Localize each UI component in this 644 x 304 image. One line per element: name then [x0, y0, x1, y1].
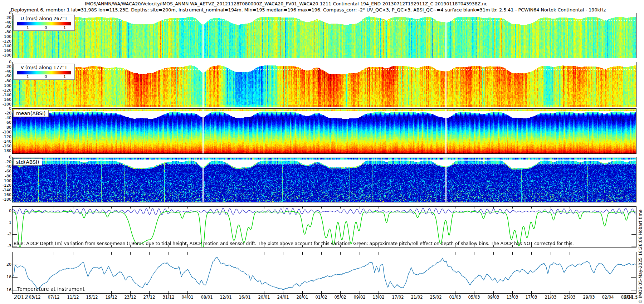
v-colorbar-legend: V (m/s) along 177°T -1 0 1	[13, 64, 75, 80]
x-tick	[111, 293, 112, 296]
x-tick	[551, 293, 551, 296]
u-legend-title: U (m/s) along 267°T	[14, 16, 74, 21]
u-colorbar	[17, 22, 71, 25]
y-tick-label: 0	[0, 107, 11, 111]
y-tick-label: -180	[0, 197, 11, 202]
x-tick	[512, 293, 513, 296]
watermark: © IMOS 05-May-2025 16:26:06 Hobart time	[638, 156, 643, 304]
y-tick-label: -140	[0, 93, 11, 97]
y-tick-label: 0	[0, 11, 11, 15]
x-tick	[130, 293, 131, 296]
y-tick-label: -40	[0, 165, 11, 169]
x-tick	[417, 293, 417, 296]
std-absi-label: std(ABSI)	[13, 158, 42, 166]
y-tick-label: -160	[0, 49, 11, 53]
y-tick-label: -100	[0, 179, 11, 183]
y-tick-label: -3	[0, 244, 11, 248]
y-tick-label: -40	[0, 116, 11, 120]
x-tick	[187, 293, 188, 296]
v-velocity-heatmap	[13, 62, 636, 107]
x-tick	[92, 293, 92, 296]
colorbar-tick: -1	[25, 74, 29, 79]
y-tick-label: -180	[0, 149, 11, 153]
u-colorbar-ticks: -1 0 1	[14, 25, 74, 30]
y-tick-label: -80	[0, 79, 11, 83]
y-tick-label: -180	[0, 53, 11, 58]
x-tick	[226, 293, 226, 296]
figure: IMOS/ANMN/WA/WACA20/Velocity/IMOS_ANMN-W…	[0, 0, 644, 304]
y-tick-label: -120	[0, 183, 11, 188]
panel-v-velocity	[12, 62, 636, 107]
y-tick-label: 0	[0, 60, 11, 64]
y-tick-label: -140	[0, 139, 11, 144]
y-tick-label: -120	[0, 88, 11, 93]
x-tick	[283, 293, 283, 296]
y-tick-label: 20	[0, 263, 11, 267]
y-tick-label: -80	[0, 174, 11, 178]
y-tick-label: -80	[0, 126, 11, 130]
x-tick	[360, 293, 360, 296]
x-tick	[570, 293, 570, 296]
panel-mean-absi	[12, 108, 636, 154]
y-tick-label: 0	[0, 209, 11, 213]
y-tick-label: -160	[0, 144, 11, 148]
y-tick-label: -20	[0, 160, 11, 164]
colorbar-tick: 1	[63, 25, 66, 30]
mean-absi-label: mean(ABSI)	[13, 110, 49, 117]
x-tick	[302, 293, 303, 296]
y-tick-label: -80	[0, 30, 11, 34]
y-tick-label: -2	[0, 232, 11, 236]
panel-u-velocity	[12, 13, 636, 58]
y-tick-label: -100	[0, 35, 11, 39]
x-tick	[627, 293, 627, 296]
y-tick-label: -60	[0, 121, 11, 125]
y-tick-label: -160	[0, 98, 11, 102]
figure-subtitle: Deployment 6, member 1 lat=31.98S lon=11…	[11, 7, 606, 13]
y-tick-label: -100	[0, 84, 11, 88]
y-tick-label: 18	[0, 275, 11, 279]
temperature-plot	[13, 252, 636, 293]
x-tick	[436, 293, 436, 296]
y-tick-label: -140	[0, 44, 11, 48]
x-tick	[474, 293, 474, 296]
colorbar-tick: -1	[25, 25, 29, 30]
y-tick-label: -60	[0, 74, 11, 78]
depth-annotation: Blue: ADCP Depth (m) variation from sens…	[14, 241, 574, 246]
v-colorbar-ticks: -1 0 1	[14, 74, 74, 79]
x-tick	[379, 293, 379, 296]
x-tick	[608, 293, 608, 296]
x-tick	[245, 293, 245, 296]
std-absi-heatmap	[13, 157, 636, 202]
y-tick-label: -40	[0, 69, 11, 74]
x-tick	[35, 293, 35, 296]
y-tick-label: -140	[0, 188, 11, 192]
y-tick-label: -60	[0, 25, 11, 29]
y-tick-label: -20	[0, 16, 11, 20]
u-velocity-heatmap	[13, 13, 636, 58]
x-tick	[207, 293, 207, 296]
y-tick-label: -100	[0, 130, 11, 134]
panel-std-absi	[12, 157, 636, 202]
x-tick	[589, 293, 589, 296]
x-tick	[531, 293, 532, 296]
panel-temperature	[12, 252, 636, 294]
y-tick-label: -120	[0, 135, 11, 139]
v-legend-title: V (m/s) along 177°T	[14, 65, 74, 70]
colorbar-tick: 1	[63, 74, 66, 79]
y-tick-label: -20	[0, 111, 11, 116]
colorbar-tick: 0	[45, 25, 47, 30]
y-tick-label: -120	[0, 39, 11, 44]
y-tick-label: -40	[0, 20, 11, 25]
y-tick-label: 0	[0, 155, 11, 160]
y-tick-label: 16	[0, 288, 11, 292]
x-tick	[264, 293, 264, 296]
colorbar-tick: 0	[45, 74, 47, 79]
mean-absi-heatmap	[13, 109, 636, 153]
figure-title: IMOS/ANMN/WA/WACA20/Velocity/IMOS_ANMN-W…	[85, 1, 487, 6]
temperature-label: Temperature at instrument	[17, 286, 84, 292]
x-tick	[321, 293, 322, 296]
v-colorbar	[17, 71, 71, 74]
x-tick	[54, 293, 54, 296]
y-tick-label: -20	[0, 65, 11, 69]
x-tick	[149, 293, 150, 296]
